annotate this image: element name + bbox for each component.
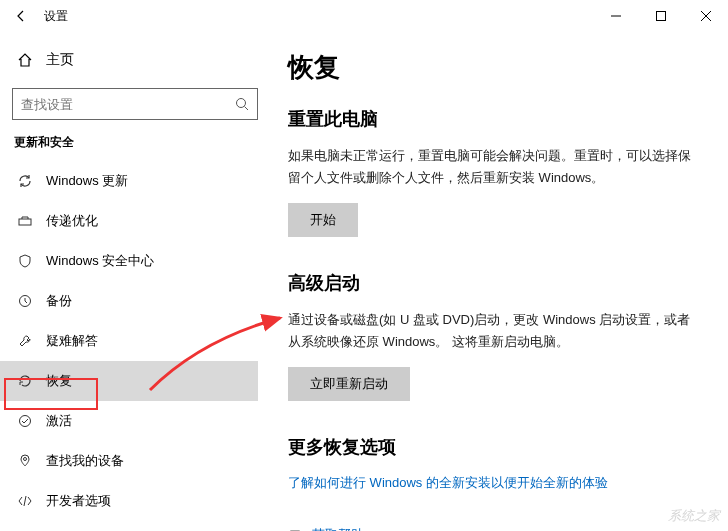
reset-title: 重置此电脑 [288,107,698,131]
close-icon [701,11,711,21]
reset-desc: 如果电脑未正常运行，重置电脑可能会解决问题。重置时，可以选择保留个人文件或删除个… [288,145,698,189]
get-help-label: 获取帮助 [312,526,364,531]
svg-point-8 [20,416,31,427]
sidebar-item-label: 疑难解答 [46,332,98,350]
home-icon [12,52,38,68]
sync-icon [12,173,38,189]
maximize-icon [656,11,666,21]
wrench-icon [12,333,38,349]
home-label: 主页 [46,51,74,69]
sidebar-item-label: Windows 安全中心 [46,252,154,270]
minimize-icon [611,11,621,21]
advanced-desc: 通过设备或磁盘(如 U 盘或 DVD)启动，更改 Windows 启动设置，或者… [288,309,698,353]
sidebar-item-backup[interactable]: 备份 [12,281,270,321]
svg-line-5 [245,107,249,111]
sidebar-item-developer[interactable]: 开发者选项 [12,481,270,521]
search-box[interactable] [12,88,258,120]
more-title: 更多恢复选项 [288,435,698,459]
sidebar-item-label: 激活 [46,412,72,430]
close-button[interactable] [683,0,728,32]
arrow-left-icon [14,9,28,23]
sidebar: 主页 更新和安全 Windows 更新 传递优化 Windows 安全中心 备份… [0,32,270,531]
sidebar-item-label: 查找我的设备 [46,452,124,470]
home-link[interactable]: 主页 [12,42,270,78]
restart-now-button[interactable]: 立即重新启动 [288,367,410,401]
back-button[interactable] [10,5,32,27]
category-header: 更新和安全 [14,134,270,151]
sidebar-item-label: 恢复 [46,372,72,390]
search-input[interactable] [21,97,235,112]
reset-section: 重置此电脑 如果电脑未正常运行，重置电脑可能会解决问题。重置时，可以选择保留个人… [288,107,698,237]
sidebar-item-delivery-optimization[interactable]: 传递优化 [12,201,270,241]
shield-icon [12,253,38,269]
get-help-link[interactable]: 获取帮助 [288,526,698,531]
page-title: 恢复 [288,50,698,85]
minimize-button[interactable] [593,0,638,32]
location-icon [12,453,38,469]
svg-point-4 [237,99,246,108]
recovery-icon [12,373,38,389]
svg-rect-6 [19,219,31,225]
content-area: 恢复 重置此电脑 如果电脑未正常运行，重置电脑可能会解决问题。重置时，可以选择保… [270,32,728,531]
advanced-title: 高级启动 [288,271,698,295]
delivery-icon [12,213,38,229]
code-icon [12,493,38,509]
sidebar-item-troubleshoot[interactable]: 疑难解答 [12,321,270,361]
svg-point-9 [24,458,27,461]
more-section: 更多恢复选项 了解如何进行 Windows 的全新安装以便开始全新的体验 [288,435,698,492]
sidebar-item-find-device[interactable]: 查找我的设备 [12,441,270,481]
search-icon [235,97,249,111]
sidebar-item-label: 传递优化 [46,212,98,230]
sidebar-item-label: Windows 更新 [46,172,128,190]
backup-icon [12,293,38,309]
sidebar-item-activation[interactable]: 激活 [12,401,270,441]
fresh-install-link[interactable]: 了解如何进行 Windows 的全新安装以便开始全新的体验 [288,475,608,490]
sidebar-item-label: 备份 [46,292,72,310]
advanced-section: 高级启动 通过设备或磁盘(如 U 盘或 DVD)启动，更改 Windows 启动… [288,271,698,401]
sidebar-item-recovery[interactable]: 恢复 [0,361,258,401]
sidebar-item-windows-update[interactable]: Windows 更新 [12,161,270,201]
window-title: 设置 [44,8,68,25]
watermark: 系统之家 [668,507,720,525]
svg-rect-1 [656,12,665,21]
check-circle-icon [12,413,38,429]
sidebar-item-security[interactable]: Windows 安全中心 [12,241,270,281]
reset-button[interactable]: 开始 [288,203,358,237]
sidebar-item-label: 开发者选项 [46,492,111,510]
maximize-button[interactable] [638,0,683,32]
